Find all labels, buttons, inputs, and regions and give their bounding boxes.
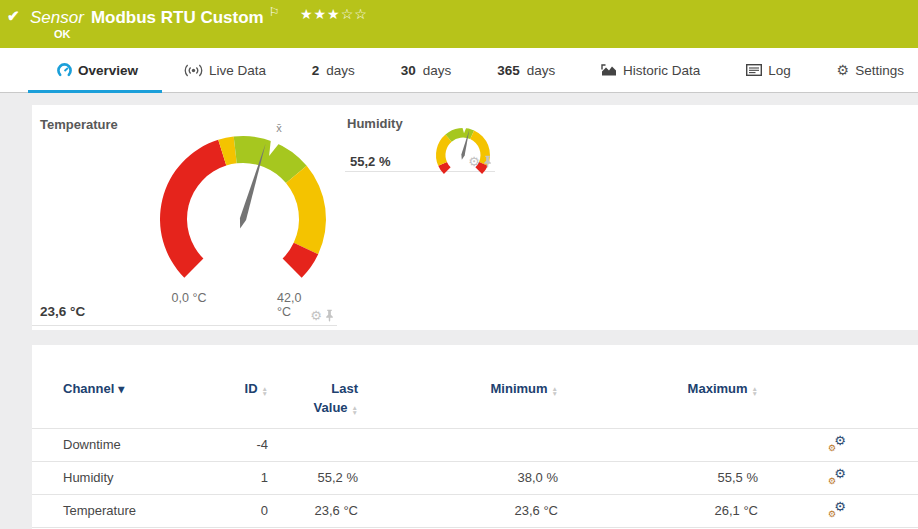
column-header-id[interactable]: ID▲▼ bbox=[232, 367, 272, 428]
tab-number: 365 bbox=[497, 63, 520, 78]
stars-empty: ☆☆ bbox=[341, 6, 368, 22]
channel-minimum: 38,0 % bbox=[362, 461, 562, 494]
channel-settings-icon[interactable]: ⚙⚙ bbox=[828, 468, 846, 485]
tab-30-days[interactable]: 30 days bbox=[401, 48, 452, 93]
stars-filled: ★★★ bbox=[300, 6, 341, 22]
sensor-name: Modbus RTU Custom bbox=[91, 8, 264, 27]
gauge-min-label: 0,0 °C bbox=[172, 291, 207, 305]
channel-name[interactable]: Humidity bbox=[32, 461, 232, 494]
table-row[interactable]: Humidity 1 55,2 % 38,0 % 55,5 % ⚙⚙ bbox=[32, 461, 918, 494]
channel-id: 1 bbox=[232, 461, 272, 494]
tab-historic-data[interactable]: Historic Data bbox=[601, 48, 700, 93]
tab-label: Overview bbox=[78, 63, 138, 78]
channel-id: -4 bbox=[232, 428, 272, 461]
tab-bar: Overview Live Data 2 days 30 days 365 da… bbox=[0, 48, 918, 93]
channel-filter-caret-icon: ▾ bbox=[118, 382, 124, 396]
column-header-maximum[interactable]: Maximum▲▼ bbox=[562, 367, 762, 428]
table-header-row: Channel▾ ID▲▼ LastValue▲▼ Minimum▲▼ Maxi… bbox=[32, 367, 918, 428]
channel-name[interactable]: Downtime bbox=[32, 428, 232, 461]
tab-log[interactable]: Log bbox=[746, 48, 791, 93]
pin-icon[interactable] bbox=[325, 309, 334, 322]
column-header-channel[interactable]: Channel▾ bbox=[32, 367, 232, 428]
tab-settings[interactable]: ⚙ Settings bbox=[837, 48, 904, 93]
sort-icon: ▲▼ bbox=[262, 386, 268, 396]
channel-table: Channel▾ ID▲▼ LastValue▲▼ Minimum▲▼ Maxi… bbox=[32, 367, 918, 528]
tab-label: days bbox=[423, 63, 452, 78]
status-ok-check-icon: ✔ bbox=[7, 7, 20, 25]
tab-label: Settings bbox=[855, 63, 904, 78]
channel-maximum bbox=[562, 428, 762, 461]
tab-label: days bbox=[527, 63, 556, 78]
column-header-minimum[interactable]: Minimum▲▼ bbox=[362, 367, 562, 428]
gauge-title: Humidity bbox=[347, 116, 403, 131]
gauge-current-value: 55,2 % bbox=[350, 154, 390, 169]
priority-stars[interactable]: ★★★☆☆ bbox=[300, 6, 368, 22]
tab-365-days[interactable]: 365 days bbox=[497, 48, 555, 93]
gauge-title: Temperature bbox=[40, 117, 118, 132]
tab-number: 30 bbox=[401, 63, 416, 78]
temperature-gauge-tile[interactable]: Temperature x̄ 0,0 °C 42,0 °C 23,6 °C ⚙ bbox=[32, 105, 337, 326]
tab-label: Live Data bbox=[209, 63, 266, 78]
overview-gauges-panel: Temperature x̄ 0,0 °C 42,0 °C 23,6 °C ⚙ … bbox=[32, 105, 918, 330]
channel-minimum bbox=[362, 428, 562, 461]
tab-label: Log bbox=[768, 63, 791, 78]
channel-maximum: 26,1 °C bbox=[562, 494, 762, 527]
tab-label: days bbox=[326, 63, 355, 78]
gauge-icon bbox=[57, 63, 72, 78]
sort-icon: ▲▼ bbox=[352, 405, 358, 415]
channel-settings-icon[interactable]: ⚙⚙ bbox=[828, 435, 846, 452]
svg-text:x̄: x̄ bbox=[276, 122, 282, 134]
sensor-title-row: SensorModbus RTU Custom⚐ bbox=[30, 5, 279, 28]
sensor-header: ✔ SensorModbus RTU Custom⚐ ★★★☆☆ OK bbox=[0, 0, 918, 48]
channel-last-value: 23,6 °C bbox=[272, 494, 362, 527]
tab-number: 2 bbox=[312, 63, 320, 78]
gauge-settings-gear-icon[interactable]: ⚙ bbox=[468, 155, 480, 168]
object-kind-label: Sensor bbox=[30, 8, 84, 27]
table-row[interactable]: Temperature 0 23,6 °C 23,6 °C 26,1 °C ⚙⚙ bbox=[32, 494, 918, 527]
tab-overview[interactable]: Overview bbox=[57, 48, 138, 93]
temperature-gauge: x̄ bbox=[143, 119, 343, 289]
sort-icon: ▲▼ bbox=[752, 386, 758, 396]
gauge-settings-gear-icon[interactable]: ⚙ bbox=[310, 309, 322, 322]
historic-chart-icon bbox=[601, 63, 617, 77]
log-list-icon bbox=[746, 64, 762, 76]
flag-icon[interactable]: ⚐ bbox=[269, 5, 280, 19]
column-header-actions bbox=[762, 367, 918, 428]
channel-last-value bbox=[272, 428, 362, 461]
gauge-current-value: 23,6 °C bbox=[40, 304, 85, 319]
channel-maximum: 55,5 % bbox=[562, 461, 762, 494]
pin-icon[interactable] bbox=[483, 155, 492, 168]
column-header-last-value[interactable]: LastValue▲▼ bbox=[272, 367, 362, 428]
table-row[interactable]: Downtime -4 ⚙⚙ bbox=[32, 428, 918, 461]
tab-2-days[interactable]: 2 days bbox=[312, 48, 355, 93]
channel-last-value: 55,2 % bbox=[272, 461, 362, 494]
channel-name[interactable]: Temperature bbox=[32, 494, 232, 527]
channel-table-panel: Channel▾ ID▲▼ LastValue▲▼ Minimum▲▼ Maxi… bbox=[32, 345, 918, 529]
sensor-status-badge: OK bbox=[54, 28, 71, 40]
channel-settings-icon[interactable]: ⚙⚙ bbox=[828, 501, 846, 518]
channel-id: 0 bbox=[232, 494, 272, 527]
sort-icon: ▲▼ bbox=[552, 386, 558, 396]
humidity-gauge-tile[interactable]: Humidity 55,2 % ⚙ bbox=[345, 111, 495, 172]
tab-live-data[interactable]: Live Data bbox=[184, 48, 266, 93]
live-signal-icon bbox=[184, 64, 203, 77]
gear-icon: ⚙ bbox=[837, 63, 850, 77]
channel-minimum: 23,6 °C bbox=[362, 494, 562, 527]
tab-label: Historic Data bbox=[623, 63, 700, 78]
